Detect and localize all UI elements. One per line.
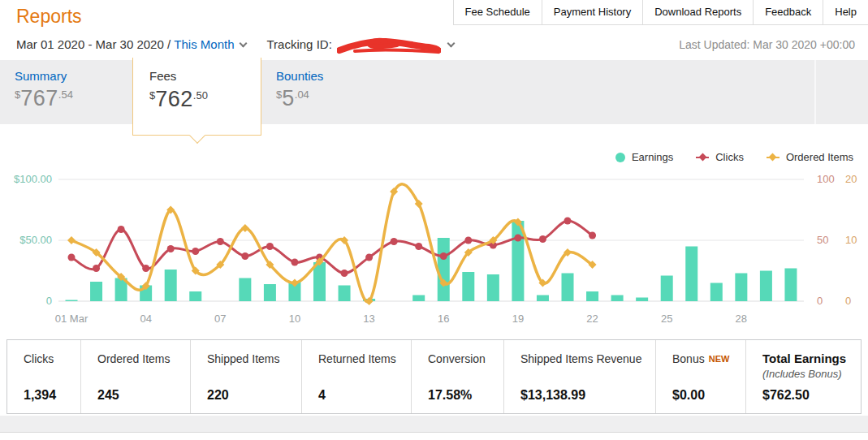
earnings-bar-day-23	[611, 295, 624, 302]
tab-amount: $5.04	[276, 86, 323, 111]
chevron-down-icon[interactable]	[239, 39, 247, 47]
report-subheader: Mar 01 2020 - Mar 30 2020 / This Month T…	[16, 37, 855, 51]
earnings-bar-day-12	[339, 286, 351, 302]
x-axis-tick: 25	[661, 313, 672, 325]
clicks-point-day-14	[391, 238, 398, 245]
earnings-bar-day-30	[784, 269, 797, 302]
stat-value: 4	[318, 388, 406, 403]
stat-label: Clicks	[24, 352, 54, 365]
earnings-bar-day-11	[313, 262, 326, 301]
tab-fees[interactable]: Fees$762.50	[132, 58, 261, 136]
nav-item-feedback[interactable]: Feedback	[753, 0, 823, 24]
earnings-bar-day-20	[537, 295, 549, 302]
clicks-point-day-9	[266, 243, 274, 250]
summary-stats-table: Clicks1,394Ordered Items245Shipped Items…	[6, 339, 862, 414]
stat-cell-total-earnings: Total Earnings(Includes Bonus)$762.50	[745, 340, 861, 413]
clicks-point-day-2	[93, 265, 100, 272]
right-axis1-tick: 0	[817, 295, 823, 307]
earnings-bar-day-16	[438, 238, 450, 301]
stat-cell-returned-items: Returned Items4	[301, 340, 411, 413]
stat-value: $0.00	[672, 388, 741, 403]
legend-item-earnings[interactable]: Earnings	[615, 151, 673, 163]
earnings-bar-day-18	[487, 274, 499, 301]
nav-item-download-reports[interactable]: Download Reports	[642, 0, 753, 24]
right-axis2-tick: 20	[845, 173, 857, 185]
x-axis-tick: 07	[214, 313, 226, 325]
earnings-marker-icon	[615, 153, 625, 162]
clicks-point-day-15	[415, 243, 422, 250]
clicks-point-day-4	[142, 265, 149, 272]
stat-cell-shipped-items-revenue: Shipped Items Revenue$13,138.99	[503, 340, 655, 413]
left-axis-tick: 0	[46, 295, 52, 307]
clicks-point-day-10	[291, 259, 298, 266]
lower-gray-band	[0, 416, 868, 432]
stat-label: Total Earnings	[762, 352, 846, 365]
clicks-point-day-20	[539, 235, 546, 243]
right-axis1-tick: 50	[817, 234, 828, 246]
date-separator: /	[164, 37, 175, 51]
stat-value: $762.50	[762, 388, 856, 403]
stat-cell-bonus: BonusNEW$0.00	[655, 340, 745, 413]
legend-item-ordered-items[interactable]: Ordered Items	[767, 151, 853, 163]
redacted-tracking-id-scribble[interactable]	[337, 37, 441, 55]
clicks-marker-icon	[696, 153, 709, 162]
clicks-point-day-13	[365, 254, 373, 261]
new-badge: NEW	[709, 354, 730, 364]
stat-value: 1,394	[24, 388, 76, 403]
x-axis-tick: 16	[438, 313, 449, 325]
stat-label: Shipped Items	[207, 352, 280, 365]
tab-summary[interactable]: Summary$767.54	[0, 60, 73, 111]
tab-amount: $767.54	[15, 86, 73, 111]
stat-label: Bonus	[672, 352, 705, 365]
active-tab-pointer	[189, 127, 205, 144]
nav-item-help[interactable]: Help	[823, 0, 868, 24]
legend-item-clicks[interactable]: Clicks	[696, 151, 744, 163]
summary-tab-strip: Summary$767.54Fees$762.50Bounties$5.04	[0, 60, 868, 124]
clicks-point-day-7	[217, 238, 224, 245]
last-updated: Last Updated: Mar 30 2020 +00:00	[679, 38, 855, 51]
stat-label: Conversion	[428, 352, 486, 365]
clicks-point-day-5	[167, 245, 175, 252]
date-range: Mar 01 2020 - Mar 30 2020	[16, 37, 164, 51]
right-axis2-tick: 0	[845, 295, 851, 307]
stat-cell-ordered-items: Ordered Items245	[80, 340, 190, 413]
earnings-bar-day-29	[760, 271, 772, 302]
x-axis-tick: 13	[363, 313, 374, 325]
stat-cell-clicks: Clicks1,394	[7, 340, 80, 413]
earnings-bar-day-27	[710, 283, 723, 302]
legend-label: Ordered Items	[786, 151, 853, 163]
clicks-point-day-21	[564, 218, 572, 225]
tab-label: Bounties	[276, 69, 323, 83]
earnings-bar-day-6	[189, 291, 201, 301]
x-axis-tick: 28	[736, 313, 747, 325]
stat-label: Shipped Items Revenue	[520, 352, 641, 365]
stat-value: $13,138.99	[520, 388, 650, 403]
legend-label: Earnings	[632, 151, 673, 163]
earnings-bar-day-21	[562, 274, 574, 302]
nav-item-payment-history[interactable]: Payment History	[542, 0, 642, 24]
period-selector[interactable]: This Month	[174, 37, 234, 51]
ordered-items-point-day-1	[67, 236, 76, 244]
earnings-bar-day-28	[735, 274, 747, 302]
stat-cell-conversion: Conversion17.58%	[411, 340, 503, 413]
stat-label: Returned Items	[318, 352, 396, 365]
earnings-bar-day-26	[685, 247, 697, 302]
x-axis-tick: 01 Mar	[55, 313, 89, 325]
legend-label: Clicks	[715, 151, 744, 163]
earnings-bar-day-24	[636, 298, 648, 302]
tab-bounties[interactable]: Bounties$5.04	[261, 60, 323, 111]
earnings-bar-day-2	[90, 282, 102, 301]
earnings-bar-day-8	[239, 278, 251, 302]
top-nav: Fee SchedulePayment HistoryDownload Repo…	[453, 0, 868, 25]
stat-label: Ordered Items	[97, 352, 170, 365]
clicks-point-day-3	[118, 226, 125, 233]
tab-strip-divider	[814, 60, 816, 124]
earnings-bar-day-17	[462, 272, 474, 301]
clicks-point-day-19	[514, 235, 521, 242]
tracking-chevron-down-icon[interactable]	[447, 39, 455, 47]
left-axis-tick: $100.00	[14, 173, 52, 185]
stat-value: 245	[97, 388, 185, 403]
earnings-bar-day-1	[66, 300, 78, 302]
earnings-bar-day-25	[661, 276, 673, 302]
nav-item-fee-schedule[interactable]: Fee Schedule	[454, 0, 542, 24]
